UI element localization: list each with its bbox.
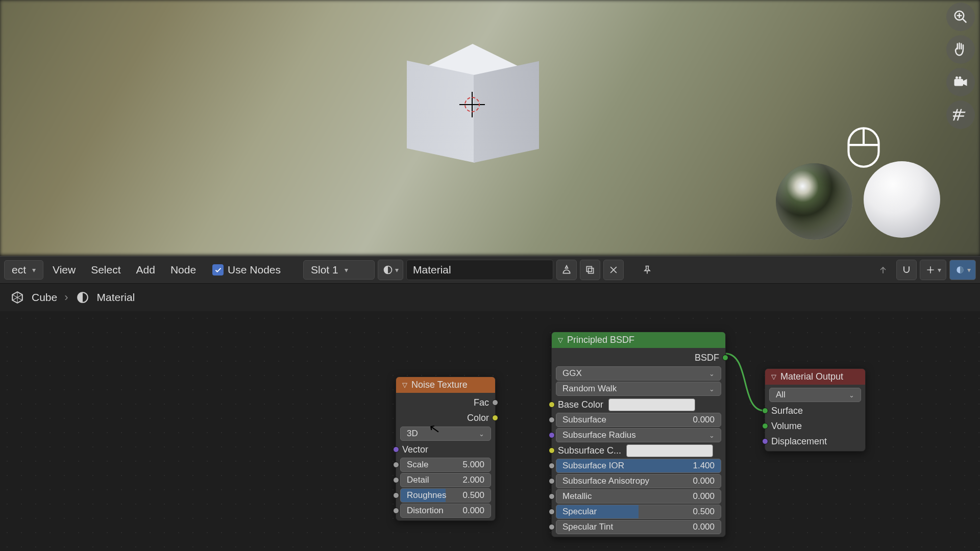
chevron-down-icon: ⌄: [849, 391, 854, 399]
detail-field[interactable]: Detail2.000: [400, 473, 491, 487]
socket-in-specular[interactable]: [549, 509, 555, 515]
subsurf-radius-field[interactable]: Subsurface Radius⌄: [556, 428, 721, 442]
material-icon: [76, 290, 90, 305]
shader-editor-header: ect▾ View Select Add Node Use Nodes Slot…: [0, 256, 980, 284]
target-dropdown[interactable]: All⌄: [769, 388, 861, 402]
node-principled-bsdf[interactable]: ▽Principled BSDF BSDF GGX⌄ Random Walk⌄ …: [551, 332, 726, 537]
chevron-down-icon: ⌄: [709, 370, 715, 378]
chevron-down-icon: ▾: [345, 266, 348, 274]
node-material-output[interactable]: ▽Material Output All⌄ Surface Volume Dis…: [765, 368, 866, 452]
spectint-field[interactable]: Specular Tint0.000: [556, 520, 721, 534]
node-title: Noise Texture: [411, 380, 468, 390]
vector-label: Vector: [402, 444, 428, 455]
socket-in-subsurf-ior[interactable]: [549, 463, 555, 469]
chevron-down-icon: ⌄: [709, 432, 715, 439]
chevron-down-icon: ⌄: [479, 430, 484, 438]
socket-in-metallic[interactable]: [549, 493, 555, 499]
breadcrumb-material[interactable]: Material: [97, 291, 135, 304]
socket-color-label: Color: [467, 413, 489, 423]
socket-in-roughness[interactable]: [393, 492, 399, 498]
chevron-down-icon: ▾: [395, 266, 399, 274]
socket-in-basecolor[interactable]: [549, 402, 555, 408]
distribution-dropdown[interactable]: GGX⌄: [556, 366, 721, 381]
unlink-material-button[interactable]: [603, 260, 624, 280]
socket-in-vector[interactable]: [393, 446, 399, 453]
scale-field[interactable]: Scale5.000: [400, 458, 491, 472]
viewport-background: [0, 0, 980, 255]
subsurf-aniso-field[interactable]: Subsurface Anisotropy0.000: [556, 474, 721, 488]
fake-user-button[interactable]: [556, 260, 577, 280]
parent-node-button[interactable]: [873, 260, 893, 280]
socket-in-scale[interactable]: [393, 462, 399, 468]
socket-out-fac[interactable]: [492, 399, 498, 406]
socket-in-detail[interactable]: [393, 477, 399, 483]
use-nodes-label: Use Nodes: [228, 264, 281, 276]
socket-in-spectint[interactable]: [549, 524, 555, 530]
menu-select[interactable]: Select: [85, 261, 127, 279]
chevron-down-icon: ▾: [32, 266, 36, 274]
socket-out-bsdf[interactable]: [722, 355, 728, 361]
dimensions-value: 3D: [407, 429, 418, 439]
breadcrumb-object[interactable]: Cube: [32, 291, 57, 304]
shading-dropdown[interactable]: ▾: [949, 260, 976, 280]
svg-rect-12: [589, 268, 594, 273]
node-editor-canvas[interactable]: ▽Noise Texture Fac Color 3D⌄ Vector Scal…: [0, 311, 980, 551]
menu-node[interactable]: Node: [164, 261, 202, 279]
subsurf-color-swatch[interactable]: [626, 444, 713, 457]
slot-label: Slot 1: [311, 264, 338, 276]
subsurf-ior-field[interactable]: Subsurface IOR1.400: [556, 459, 721, 473]
basecolor-swatch[interactable]: [608, 398, 695, 411]
collapse-icon: ▽: [402, 381, 407, 389]
material-browse-button[interactable]: ▾: [378, 260, 403, 280]
socket-in-subsurf-radius[interactable]: [549, 432, 555, 438]
roughness-field[interactable]: Roughnes0.500: [400, 488, 491, 503]
menu-view[interactable]: View: [46, 261, 82, 279]
subsurface-method-dropdown[interactable]: Random Walk⌄: [556, 382, 721, 396]
socket-in-subsurf-color[interactable]: [549, 447, 555, 454]
socket-bsdf-label: BSDF: [695, 353, 719, 363]
node-title: Material Output: [780, 371, 843, 382]
breadcrumb: Cube › Material: [0, 284, 980, 311]
chevron-down-icon: ⌄: [709, 385, 715, 393]
chevron-down-icon: ▾: [967, 266, 971, 274]
slot-dropdown[interactable]: Slot 1▾: [303, 260, 375, 280]
socket-in-distortion[interactable]: [393, 508, 399, 514]
dimensions-dropdown[interactable]: 3D⌄: [400, 427, 491, 441]
node-header[interactable]: ▽Material Output: [765, 369, 865, 385]
socket-in-surface[interactable]: [762, 408, 768, 414]
specular-field[interactable]: Specular0.500: [556, 505, 721, 519]
use-nodes-toggle[interactable]: Use Nodes: [205, 261, 288, 279]
collapse-icon: ▽: [771, 373, 776, 381]
node-header[interactable]: ▽Noise Texture: [396, 377, 495, 393]
socket-in-volume[interactable]: [762, 423, 768, 429]
menu-add[interactable]: Add: [130, 261, 161, 279]
socket-in-displacement[interactable]: [762, 438, 768, 444]
distortion-field[interactable]: Distortion0.000: [400, 504, 491, 518]
chevron-right-icon: ›: [64, 291, 68, 304]
displacement-label: Displacement: [771, 436, 827, 447]
mesh-icon: [10, 290, 24, 305]
checkbox-icon: [212, 264, 224, 276]
pin-button[interactable]: [637, 260, 657, 280]
socket-fac-label: Fac: [474, 397, 489, 408]
duplicate-material-button[interactable]: [580, 260, 600, 280]
mode-dropdown[interactable]: ect▾: [4, 260, 43, 280]
mode-dropdown-label: ect: [12, 264, 26, 276]
pivot-dropdown[interactable]: ▾: [920, 260, 946, 280]
socket-in-subsurface[interactable]: [549, 417, 555, 423]
basecolor-label: Base Color: [558, 399, 603, 410]
snap-button[interactable]: [896, 260, 917, 280]
material-name-field[interactable]: [406, 260, 553, 280]
socket-out-color[interactable]: [492, 415, 498, 421]
socket-in-subsurf-aniso[interactable]: [549, 478, 555, 484]
svg-point-13: [929, 269, 931, 270]
collapse-icon: ▽: [558, 336, 563, 344]
metallic-field[interactable]: Metallic0.000: [556, 489, 721, 504]
svg-rect-11: [586, 266, 592, 271]
node-noise-texture[interactable]: ▽Noise Texture Fac Color 3D⌄ Vector Scal…: [396, 377, 496, 521]
chevron-down-icon: ▾: [938, 266, 941, 274]
surface-label: Surface: [771, 406, 803, 416]
subsurface-field[interactable]: Subsurface0.000: [556, 413, 721, 427]
node-header[interactable]: ▽Principled BSDF: [552, 332, 725, 348]
subsurf-color-label: Subsurface C...: [558, 445, 621, 456]
